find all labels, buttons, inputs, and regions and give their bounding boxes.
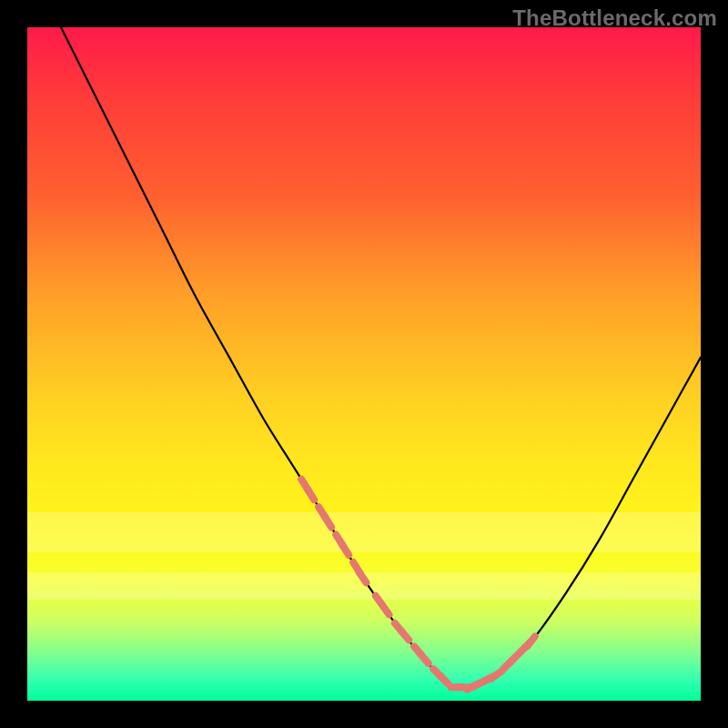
marker-dash [402,632,410,640]
marker-dash [491,672,501,679]
marker-dash [440,676,448,683]
marker-dash [510,654,519,663]
curve-markers [301,480,535,690]
marker-dash [527,636,535,646]
marker-dash [308,489,314,500]
chart-container: TheBottleneck.com [0,0,728,728]
marker-dash [421,655,429,663]
marker-dash [359,572,367,583]
marker-dash [342,544,349,555]
marker-dash [325,517,331,528]
marker-dash [383,606,389,615]
bottleneck-curve [27,0,701,690]
curve-svg [27,27,701,701]
plot-area [27,27,701,701]
